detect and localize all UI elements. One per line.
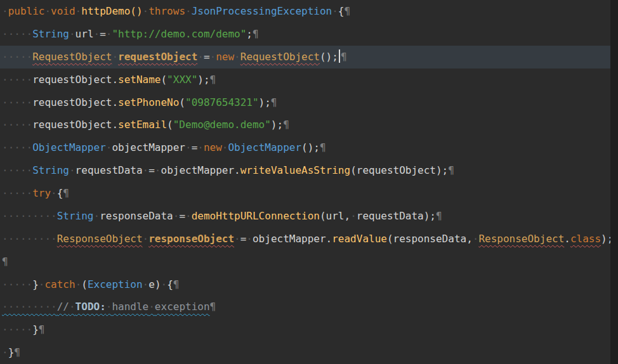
token-ws: ····· [2,323,32,335]
token-kw: class [570,233,601,245]
token-ws: · [69,164,76,176]
code-line-13[interactable]: ·····}·catch·(Exception·e)·{¶ [0,273,610,296]
token-ws: · [234,233,240,245]
code-line-4[interactable]: ·····requestObject.setName("XXX");¶ [0,68,610,91]
token-pil: ¶ [63,187,69,199]
token-pl: ); [197,74,209,86]
code-line-2[interactable]: ·····String·url·=·"http://demo.com/demo"… [0,23,610,46]
token-pl: url [76,28,94,40]
token-un: ResponseObject [57,233,143,245]
code-line-12[interactable]: ¶ [0,250,610,273]
token-pil: ¶ [345,5,351,17]
token-ws: ····· [2,51,32,63]
token-pl: { [167,278,173,290]
token-pl: (); [320,51,338,63]
code-line-3[interactable]: ·····RequestObject·requestObject·=·new·R… [0,46,610,68]
token-ty: ObjectMapper [228,141,301,153]
token-ws: · [246,233,253,245]
token-ws: · [106,301,112,313]
token-pl: ); [259,96,271,108]
code-line-16[interactable]: ·}¶ [0,341,610,364]
token-me: setPhoneNo [118,96,179,108]
token-pl: requestObject. [32,74,118,86]
code-line-10[interactable]: ·········String·responseData·=·demoHttpU… [0,205,610,228]
code-line-5[interactable]: ·····requestObject.setPhoneNo("098765432… [0,91,610,114]
token-ws: · [197,51,204,63]
token-pil: ¶ [173,278,180,290]
token-pil: ¶ [210,301,216,313]
token-ws: ····· [2,74,32,86]
token-pl: (requestObject); [350,164,448,176]
token-pl: = [100,28,106,40]
token-ws: ····· [2,164,32,176]
token-pl: { [57,187,63,199]
text-caret [339,49,340,63]
token-pil: ¶ [436,210,442,222]
token-pil: ¶ [341,51,347,63]
token-ws: · [76,278,82,290]
token-ws: · [185,141,192,153]
token-ws: · [94,210,100,222]
token-ws: · [106,28,112,40]
token-uv: responseObject [148,233,234,245]
token-ty: String [32,28,69,40]
token-pl: = [204,51,210,63]
token-ws: · [69,301,76,313]
code-line-9[interactable]: ·····try·{¶ [0,182,610,205]
token-ws: · [44,5,51,17]
token-kw: throws [148,5,185,17]
token-pl: requestObject. [32,96,118,108]
code-line-7[interactable]: ·····ObjectMapper·objectMapper·=·new·Obj… [0,136,610,159]
token-ws: · [350,210,357,222]
token-pl: } [32,323,39,335]
token-pl: responseData [100,210,173,222]
token-st: "Demo@demo.demo" [173,119,271,131]
token-ws: ····· [2,278,32,290]
token-ws: · [143,233,149,245]
token-pl: objectMapper. [253,233,332,245]
code-line-8[interactable]: ·····String·requestData·=·objectMapper.w… [0,159,610,182]
code-line-1[interactable]: ·public·void·httpDemo()·throws·JsonProce… [0,0,610,23]
token-me: httpDemo() [81,5,142,17]
token-st: "XXX" [167,74,197,86]
token-pl: } [8,346,15,358]
token-uv: requestObject [118,51,197,63]
token-pl: (responseData, [387,233,473,245]
token-un: ResponseObject [478,233,564,245]
token-ws: · [143,164,149,176]
code-line-6[interactable]: ·····requestObject.setEmail("Demo@demo.d… [0,114,610,136]
token-ws: · [76,5,82,17]
token-ws: · [234,51,240,63]
token-pil: ¶ [14,346,20,358]
token-ws: · [332,5,338,17]
code-editor[interactable]: ·public·void·httpDemo()·throws·JsonProce… [0,0,618,364]
token-pl: requestData [76,164,143,176]
code-line-14[interactable]: ·········//·TODO:·handle·exception¶ [0,296,610,318]
token-pl: objectMapper. [161,164,240,176]
token-kw: catch [44,278,75,290]
token-kw: public [8,5,45,17]
code-line-11[interactable]: ·········ResponseObject·responseObject·=… [0,228,610,250]
token-kw: new [216,51,234,63]
code-line-15[interactable]: ·····}¶ [0,318,610,341]
token-cm: // [57,301,69,313]
token-ws: · [473,233,479,245]
token-ws: · [2,5,8,17]
token-ws: · [2,346,8,358]
token-ws: · [69,28,76,40]
code-area[interactable]: ·public·void·httpDemo()·throws·JsonProce… [0,0,610,364]
token-pil: ¶ [283,119,289,131]
token-me: setEmail [118,119,167,131]
token-ws: · [143,5,149,17]
token-ws: ····· [2,141,32,153]
token-pil: ¶ [271,96,277,108]
token-pil: ¶ [448,164,454,176]
token-ty: String [57,210,94,222]
token-ty: ObjectMapper [32,141,106,153]
token-pl: { [338,5,345,17]
overview-ruler[interactable] [610,0,618,364]
token-pl: requestData); [357,210,436,222]
token-ws: · [94,28,100,40]
token-pl: = [240,233,247,245]
token-ws: · [143,278,149,290]
